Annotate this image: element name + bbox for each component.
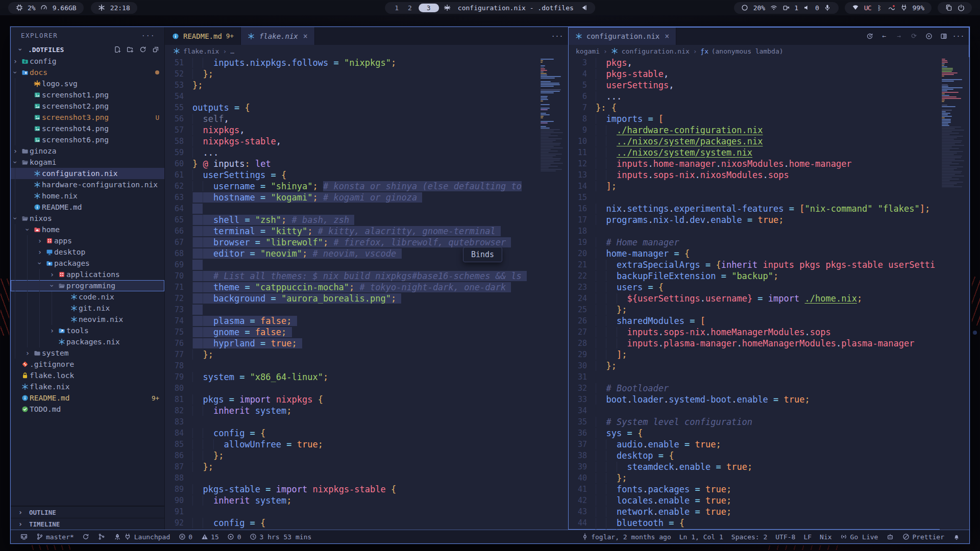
minimap[interactable] bbox=[940, 57, 969, 530]
hist-icon[interactable] bbox=[866, 32, 873, 40]
tree-item-hardware-configuration.nix[interactable]: hardware-configuration.nix bbox=[11, 179, 164, 190]
tree-item-screenshot2.png[interactable]: screenshot2.png bbox=[11, 101, 164, 112]
split-icon[interactable] bbox=[940, 32, 947, 40]
collapse-all-button[interactable] bbox=[152, 46, 159, 54]
new-file-button[interactable] bbox=[113, 46, 121, 54]
tree-item-flake.nix[interactable]: flake.nix bbox=[11, 381, 164, 392]
tree-item-home.nix[interactable]: home.nix bbox=[11, 190, 164, 202]
tree-item-logo.svg[interactable]: logo.svg bbox=[11, 78, 164, 89]
launchpad[interactable]: Launchpad bbox=[110, 530, 174, 543]
close-icon[interactable]: × bbox=[303, 32, 308, 41]
notifications[interactable] bbox=[948, 530, 964, 543]
status-label: 15 bbox=[211, 533, 219, 541]
tree-item-git.nix[interactable]: git.nix bbox=[11, 303, 164, 314]
tree-item-apps[interactable]: ›apps bbox=[11, 235, 164, 246]
last-commit[interactable]: foglar, 2 months ago bbox=[577, 530, 675, 543]
tree-item-screenshot6.png[interactable]: screenshot6.png bbox=[11, 134, 164, 145]
brightness-level: 20% bbox=[753, 4, 765, 12]
tree-item-nixos[interactable]: ›nixos bbox=[11, 213, 164, 224]
eol[interactable]: LF bbox=[799, 530, 816, 543]
warnings[interactable]: 15 bbox=[197, 530, 223, 543]
refresh-button[interactable] bbox=[139, 46, 146, 54]
tab-flake.nix[interactable]: flake.nix× bbox=[241, 27, 315, 45]
tree-item-desktop[interactable]: ›desktop bbox=[11, 246, 164, 258]
fwd-icon[interactable]: → bbox=[895, 32, 903, 40]
more-icon[interactable]: ··· bbox=[954, 32, 962, 40]
tree-item-screenshot4.png[interactable]: screenshot4.png bbox=[11, 123, 164, 134]
tree-item-tools[interactable]: ›tools bbox=[11, 325, 164, 336]
git-graph[interactable] bbox=[94, 530, 110, 543]
tree-item-flake.lock[interactable]: flake.lock bbox=[11, 370, 164, 381]
workspace-3[interactable]: 3 bbox=[419, 4, 439, 12]
clock-pill[interactable]: 22:18 bbox=[91, 2, 137, 14]
git-branch[interactable]: master* bbox=[32, 530, 78, 543]
ports[interactable]: 0 bbox=[223, 530, 246, 543]
code-text: home-manager = { bbox=[596, 248, 969, 259]
tree-item-README.md[interactable]: README.md9+ bbox=[11, 392, 164, 404]
tree-item-kogami[interactable]: ›kogami bbox=[11, 157, 164, 168]
code-editor-flake[interactable]: 51 inputs.nixpkgs.follows = "nixpkgs";52… bbox=[165, 57, 568, 530]
tree-item-home[interactable]: ›home bbox=[11, 224, 164, 235]
breadcrumb-item[interactable]: … bbox=[230, 47, 234, 55]
minimap[interactable] bbox=[538, 57, 568, 530]
breadcrumb-item[interactable]: flake.nix bbox=[173, 47, 219, 55]
tab-README.md[interactable]: README.md9+ bbox=[165, 27, 241, 45]
breadcrumb-right[interactable]: kogami›configuration.nix›ƒx(anonymous la… bbox=[568, 45, 969, 57]
tree-item-packages.nix[interactable]: packages.nix bbox=[11, 336, 164, 347]
new-folder-button[interactable] bbox=[126, 46, 134, 54]
tray-pill[interactable]: UC ᛒ 99% bbox=[845, 2, 932, 14]
tree-item-.gitignore[interactable]: .gitignore bbox=[11, 359, 164, 370]
explorer-header: EXPLORER ··· bbox=[11, 27, 164, 43]
tree-item-README.md[interactable]: README.md bbox=[11, 202, 164, 213]
tree-item-docs[interactable]: ›docs bbox=[11, 67, 164, 78]
tree-item-programming[interactable]: ›programming bbox=[11, 280, 164, 291]
code-text: ../nixos/system/packages.nix bbox=[596, 136, 969, 147]
tree-item-configuration.nix[interactable]: configuration.nix bbox=[11, 168, 164, 179]
indentation[interactable]: Spaces: 2 bbox=[727, 530, 771, 543]
breadcrumb-item[interactable]: kogami bbox=[576, 47, 600, 55]
controls-pill[interactable]: 20% 1 0 bbox=[734, 2, 839, 14]
wakatime[interactable]: 3 hrs 53 mins bbox=[246, 530, 316, 543]
timeline-section[interactable]: ›TIMELINE bbox=[11, 518, 164, 530]
minimap-line bbox=[942, 180, 950, 181]
tree-item-screenshot3.png[interactable]: screenshot3.pngU bbox=[11, 112, 164, 123]
tree-item-packages[interactable]: ›packages bbox=[11, 258, 164, 269]
go-live[interactable]: Go Live bbox=[836, 530, 883, 543]
outline-section[interactable]: ›OUTLINE bbox=[11, 506, 164, 518]
tree-item-system[interactable]: ›system bbox=[11, 347, 164, 359]
tree-item-screenshot1.png[interactable]: screenshot1.png bbox=[11, 89, 164, 101]
sync-changes[interactable] bbox=[78, 530, 94, 543]
copilot[interactable] bbox=[882, 530, 898, 543]
explorer-root-folder[interactable]: › .DOTFILES bbox=[11, 43, 164, 56]
errors[interactable]: 0 bbox=[174, 530, 197, 543]
session-pill[interactable] bbox=[938, 2, 972, 14]
explorer-more-icon[interactable]: ··· bbox=[141, 32, 155, 39]
system-stats-pill[interactable]: 2% 9.66GB bbox=[8, 2, 84, 14]
tree-item-config[interactable]: ›config bbox=[11, 56, 164, 67]
encoding[interactable]: UTF-8 bbox=[771, 530, 799, 543]
fwd2-icon[interactable]: ⟳ bbox=[910, 32, 918, 40]
timeline-label: TIMELINE bbox=[29, 520, 60, 528]
breadcrumb-item[interactable]: configuration.nix bbox=[611, 47, 690, 55]
workspace-1[interactable]: 1 bbox=[392, 4, 401, 12]
cursor-position[interactable]: Ln 1, Col 1 bbox=[675, 530, 727, 543]
tree-item-TODO.md[interactable]: TODO.md bbox=[11, 404, 164, 415]
prettier[interactable]: Prettier bbox=[898, 530, 948, 543]
tree-item-applications[interactable]: ›applications bbox=[11, 269, 164, 280]
tree-item-neovim.nix[interactable]: neovim.nix bbox=[11, 314, 164, 325]
workspace-2[interactable]: 2 bbox=[405, 4, 414, 12]
language-mode[interactable]: Nix bbox=[816, 530, 836, 543]
remote-indicator[interactable] bbox=[16, 530, 32, 543]
breadcrumb-item[interactable]: ƒx(anonymous lambda) bbox=[701, 47, 783, 55]
tree-item-code.nix[interactable]: code.nix bbox=[11, 291, 164, 303]
tab-configuration.nix[interactable]: configuration.nix× bbox=[568, 27, 676, 45]
breadcrumb-left[interactable]: flake.nix›… bbox=[165, 45, 568, 57]
tree-item-ginoza[interactable]: ›ginoza bbox=[11, 145, 164, 157]
run-icon[interactable] bbox=[925, 32, 933, 40]
close-icon[interactable]: × bbox=[665, 32, 669, 41]
minimap-line bbox=[942, 105, 947, 106]
back-icon[interactable]: ← bbox=[880, 32, 888, 40]
code-editor-configuration[interactable]: 3 pkgs,4 pkgs-stable,5 userSettings,6 ..… bbox=[568, 57, 969, 530]
line-number: 63 bbox=[165, 192, 192, 203]
more-icon[interactable]: ··· bbox=[553, 32, 561, 40]
